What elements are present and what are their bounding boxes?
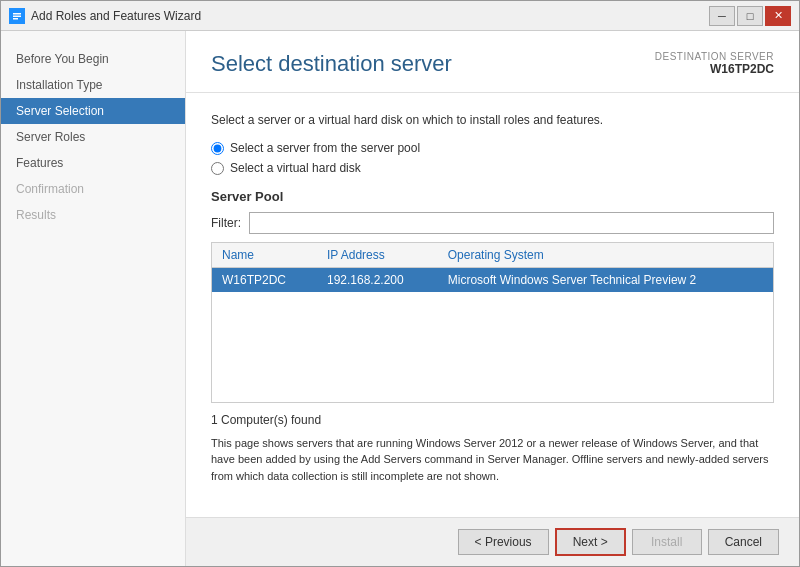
- radio-virtual-disk-input[interactable]: [211, 162, 224, 175]
- cancel-button[interactable]: Cancel: [708, 529, 779, 555]
- install-button[interactable]: Install: [632, 529, 702, 555]
- main-header: Select destination server DESTINATION SE…: [186, 31, 799, 93]
- svg-rect-3: [13, 18, 18, 20]
- server-name: W16TP2DC: [212, 268, 317, 293]
- filter-input[interactable]: [249, 212, 774, 234]
- sidebar: Before You Begin Installation Type Serve…: [1, 31, 186, 566]
- radio-server-pool-input[interactable]: [211, 142, 224, 155]
- destination-label: DESTINATION SERVER: [655, 51, 774, 62]
- title-bar: Add Roles and Features Wizard ─ □ ✕: [1, 1, 799, 31]
- minimize-button[interactable]: ─: [709, 6, 735, 26]
- col-name[interactable]: Name: [212, 243, 317, 268]
- radio-group: Select a server from the server pool Sel…: [211, 141, 774, 175]
- server-ip: 192.168.2.200: [317, 268, 438, 293]
- server-table: Name IP Address Operating System W16TP2D…: [211, 242, 774, 403]
- filter-label: Filter:: [211, 216, 241, 230]
- footer: < Previous Next > Install Cancel: [186, 517, 799, 566]
- pool-note: This page shows servers that are running…: [211, 435, 774, 485]
- close-button[interactable]: ✕: [765, 6, 791, 26]
- wizard-window: Add Roles and Features Wizard ─ □ ✕ Befo…: [0, 0, 800, 567]
- radio-server-pool-label: Select a server from the server pool: [230, 141, 420, 155]
- sidebar-item-confirmation: Confirmation: [1, 176, 185, 202]
- window-title: Add Roles and Features Wizard: [31, 9, 201, 23]
- table-empty-row-5: [212, 380, 774, 402]
- content-area: Before You Begin Installation Type Serve…: [1, 31, 799, 566]
- window-controls: ─ □ ✕: [709, 6, 791, 26]
- radio-virtual-disk-label: Select a virtual hard disk: [230, 161, 361, 175]
- sidebar-item-features[interactable]: Features: [1, 150, 185, 176]
- col-os[interactable]: Operating System: [438, 243, 774, 268]
- server-pool-section: Server Pool Filter: Name IP Address Oper…: [211, 189, 774, 484]
- table-empty-row-2: [212, 314, 774, 336]
- sidebar-item-installation-type[interactable]: Installation Type: [1, 72, 185, 98]
- table-empty-row-1: [212, 292, 774, 314]
- destination-server-info: DESTINATION SERVER W16TP2DC: [655, 51, 774, 76]
- maximize-button[interactable]: □: [737, 6, 763, 26]
- destination-name: W16TP2DC: [655, 62, 774, 76]
- table-empty-row-4: [212, 358, 774, 380]
- previous-button[interactable]: < Previous: [458, 529, 549, 555]
- sidebar-item-server-selection[interactable]: Server Selection: [1, 98, 185, 124]
- server-pool-heading: Server Pool: [211, 189, 774, 204]
- col-ip[interactable]: IP Address: [317, 243, 438, 268]
- radio-virtual-disk: Select a virtual hard disk: [211, 161, 774, 175]
- next-button[interactable]: Next >: [555, 528, 626, 556]
- title-bar-left: Add Roles and Features Wizard: [9, 8, 201, 24]
- table-row[interactable]: W16TP2DC 192.168.2.200 Microsoft Windows…: [212, 268, 774, 293]
- server-os: Microsoft Windows Server Technical Previ…: [438, 268, 774, 293]
- page-title: Select destination server: [211, 51, 452, 77]
- wizard-icon: [9, 8, 25, 24]
- pool-count: 1 Computer(s) found: [211, 413, 774, 427]
- radio-server-pool: Select a server from the server pool: [211, 141, 774, 155]
- sidebar-item-server-roles[interactable]: Server Roles: [1, 124, 185, 150]
- table-empty-row-3: [212, 336, 774, 358]
- table-header-row: Name IP Address Operating System: [212, 243, 774, 268]
- main-content: Select destination server DESTINATION SE…: [186, 31, 799, 566]
- sidebar-item-before-you-begin[interactable]: Before You Begin: [1, 46, 185, 72]
- main-body: Select a server or a virtual hard disk o…: [186, 93, 799, 517]
- svg-rect-2: [13, 15, 21, 17]
- description-text: Select a server or a virtual hard disk o…: [211, 113, 774, 127]
- filter-row: Filter:: [211, 212, 774, 234]
- sidebar-item-results: Results: [1, 202, 185, 228]
- svg-rect-1: [13, 13, 21, 15]
